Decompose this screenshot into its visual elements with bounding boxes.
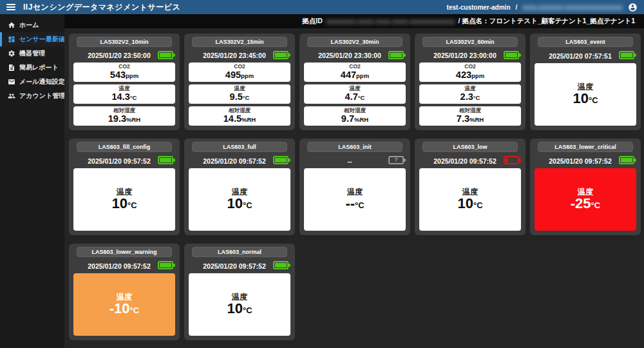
metric-label: 温度 <box>465 85 476 92</box>
sensor-name-chip: LAS603_init <box>307 142 402 152</box>
metric-box: 温度--°C <box>304 168 406 231</box>
metric-box: CO2447ppm <box>304 63 406 82</box>
sensor-card[interactable]: LAS603_low 2025/01/20 09:57:52 温度10°C <box>415 139 526 235</box>
battery-full-icon <box>619 156 634 164</box>
sidebar-item-grid[interactable]: センサー最新値一覧 <box>0 32 64 46</box>
last-update-timestamp: 2025/01/20 09:57:52 <box>88 157 151 165</box>
sensor-card[interactable]: LAS603_lower_critical 2025/01/20 09:57:5… <box>530 139 641 235</box>
metric-box: 温度10°C <box>419 168 521 231</box>
metric-label: 温度 <box>119 85 130 92</box>
battery-full-icon <box>273 156 289 164</box>
battery-full-icon <box>158 51 173 59</box>
sensor-card[interactable]: LAS302V2_15min 2025/01/20 23:45:00 CO249… <box>184 34 295 130</box>
sidebar-item-users[interactable]: アカウント管理 <box>0 89 64 103</box>
metric-value: 14.3°C <box>112 92 137 103</box>
sidebar-item-label: メール通知設定 <box>19 77 64 86</box>
metric-value: 10°C <box>457 198 482 211</box>
metric-value: 543ppm <box>110 70 138 81</box>
sensor-card[interactable]: LAS603_event 2025/01/20 07:57:51 温度10°C <box>530 34 641 130</box>
last-update-timestamp: 2025/01/20 07:57:51 <box>549 52 612 60</box>
metric-label: 温度 <box>578 84 594 90</box>
last-update-timestamp: 2025/01/20 09:57:52 <box>203 262 266 270</box>
metric-box: 温度-25°C <box>535 168 636 231</box>
sidebar-item-gear[interactable]: 機器管理 <box>0 46 64 61</box>
sidebar-item-label: 簡易レポート <box>19 63 59 72</box>
metric-label: 温度 <box>234 85 245 92</box>
metric-label: CO2 <box>118 63 129 70</box>
metric-box: 相対湿度14.5%RH <box>189 106 290 126</box>
metric-value: 7.3%RH <box>457 113 484 125</box>
metric-value: 447ppm <box>341 70 369 81</box>
metric-box: CO2495ppm <box>189 63 290 82</box>
battery-full-icon <box>273 51 289 59</box>
metric-label: 温度 <box>117 189 133 195</box>
sensor-name-chip: LAS603_full <box>192 142 287 152</box>
battery-unknown-icon: ? <box>388 156 404 164</box>
last-update-timestamp: -- <box>348 157 352 165</box>
metric-label: 温度 <box>462 189 478 195</box>
last-update-timestamp: 2025/01/20 09:57:52 <box>88 262 151 270</box>
sensor-card[interactable]: LAS603_full 2025/01/20 09:57:52 温度10°C <box>184 139 295 235</box>
metric-label: 温度 <box>578 189 594 195</box>
sidebar-nav: ホーム センサー最新値一覧 機器管理 簡易レポート メール通知設定 アカウント管… <box>0 14 64 348</box>
sensor-card[interactable]: LAS302V2_60min 2025/01/20 23:00:00 CO242… <box>415 34 526 130</box>
sensor-card[interactable]: LAS302V2_10min 2025/01/20 23:50:00 CO254… <box>69 34 180 130</box>
sensor-card[interactable]: LAS603_fill_config 2025/01/20 09:57:52 温… <box>69 139 180 235</box>
metric-label: CO2 <box>349 63 360 70</box>
sensor-card[interactable]: LAS603_normal 2025/01/20 09:57:52 温度10°C <box>184 244 295 340</box>
sensor-name-chip: LAS302V2_10min <box>77 37 172 47</box>
last-update-timestamp: 2025/01/20 09:57:52 <box>549 157 612 165</box>
sensor-card[interactable]: LAS603_init -- ? 温度--°C <box>299 139 410 235</box>
sidebar-item-mail[interactable]: メール通知設定 <box>0 75 64 89</box>
grid-icon <box>8 35 15 43</box>
top-app-bar: IIJセンシングデータマネジメントサービス test-customer-admi… <box>0 0 644 14</box>
last-update-timestamp: 2025/01/20 23:00:00 <box>433 52 497 59</box>
site-name: / 拠点名：フロントテスト_顧客テナント1_拠点テナント1 <box>459 17 635 26</box>
metric-box: 温度10°C <box>535 63 636 126</box>
menu-icon[interactable] <box>6 4 15 10</box>
sidebar-item-label: アカウント管理 <box>19 92 65 101</box>
metric-label: 温度 <box>117 294 133 300</box>
sensor-name-chip: LAS603_lower_critical <box>538 142 633 152</box>
metric-value: 495ppm <box>225 70 254 81</box>
site-id-redacted: xxxxxxxx-xxxx-xxxx-xxxx-xxxxxxxxxxxx <box>326 17 455 25</box>
breadcrumb: 拠点ID xxxxxxxx-xxxx-xxxx-xxxx-xxxxxxxxxxx… <box>64 14 644 28</box>
sensor-name-chip: LAS603_low <box>422 142 518 152</box>
metric-value: 10°C <box>227 198 252 211</box>
sensor-name-chip: LAS302V2_60min <box>422 37 518 47</box>
current-user-email-redacted: xxxx.xxxxxxx.xxxxxxxxxxxxxxxx <box>522 4 623 11</box>
metric-box: 温度4.7°C <box>304 84 406 104</box>
user-separator: / <box>516 4 518 11</box>
sidebar-item-report[interactable]: 簡易レポート <box>0 61 64 75</box>
metric-box: 温度-10°C <box>73 273 175 336</box>
metric-box: 温度2.3°C <box>419 84 521 104</box>
sensor-name-chip: LAS603_normal <box>192 247 287 257</box>
current-user-name: test-customer-admin <box>447 4 511 11</box>
last-update-timestamp: 2025/01/20 23:45:00 <box>203 52 266 59</box>
report-icon <box>8 64 15 72</box>
battery-full-icon <box>273 261 289 269</box>
sensor-card[interactable]: LAS302V2_30min 2025/01/20 23:30:00 CO244… <box>299 34 410 130</box>
metric-box: 相対湿度7.3%RH <box>419 106 521 126</box>
mail-icon <box>8 78 15 86</box>
metric-box: 温度10°C <box>189 168 290 231</box>
account-circle-icon[interactable] <box>628 3 638 12</box>
home-icon <box>8 21 15 29</box>
metric-box: 温度10°C <box>73 168 175 231</box>
sensor-name-chip: LAS302V2_15min <box>192 37 287 47</box>
sensor-name-chip: LAS603_lower_warning <box>77 247 172 257</box>
site-id-label: 拠点ID <box>302 17 323 26</box>
metric-value: 10°C <box>111 198 137 211</box>
sidebar-item-home[interactable]: ホーム <box>0 18 64 32</box>
last-update-timestamp: 2025/01/20 09:57:52 <box>433 157 497 165</box>
metric-value: 10°C <box>227 304 252 316</box>
sensor-card[interactable]: LAS603_lower_warning 2025/01/20 09:57:52… <box>69 244 180 340</box>
metric-value: --°C <box>345 198 364 211</box>
metric-value: 2.3°C <box>460 92 480 103</box>
metric-label: 相対湿度 <box>344 107 366 113</box>
metric-value: -10°C <box>109 304 139 316</box>
metric-label: 温度 <box>232 189 248 195</box>
metric-box: CO2423ppm <box>419 63 521 82</box>
metric-label: 相対湿度 <box>113 107 135 113</box>
metric-value: 10°C <box>573 93 598 106</box>
